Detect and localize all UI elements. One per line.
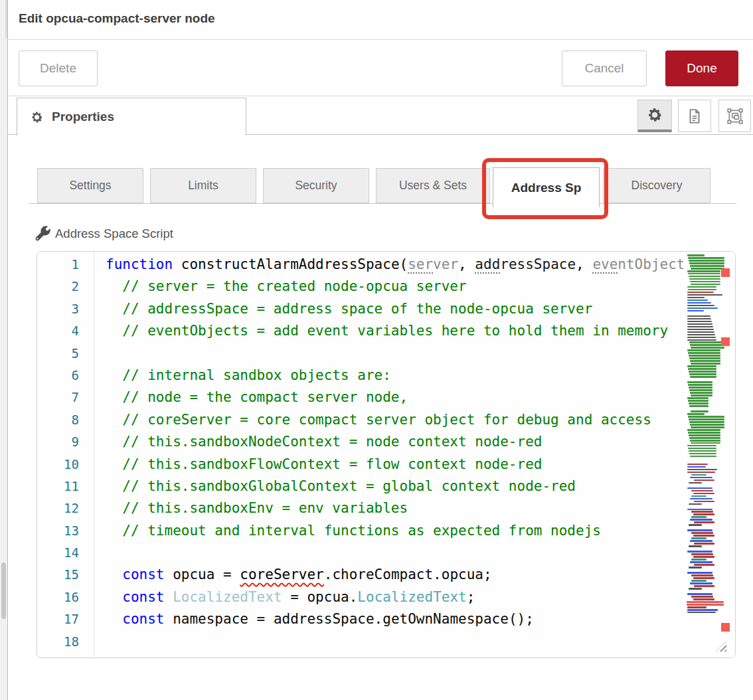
error-marker[interactable] xyxy=(721,623,730,632)
edit-node-dialog: Edit opcua-compact-server node Delete Ca… xyxy=(0,0,753,700)
gutter-divider xyxy=(94,252,94,657)
delete-button[interactable]: Delete xyxy=(19,50,98,86)
workspace-edge-mark xyxy=(5,0,7,39)
edit-properties-button[interactable] xyxy=(637,100,672,132)
gear-icon xyxy=(30,110,44,124)
properties-tab-label: Properties xyxy=(52,110,114,124)
tab-limits[interactable]: Limits xyxy=(150,168,256,203)
code-area[interactable]: function constructAlarmAddressSpace(serv… xyxy=(106,254,735,658)
toolbar-divider xyxy=(9,96,753,96)
appearance-icon xyxy=(726,108,744,125)
done-button[interactable]: Done xyxy=(665,50,738,86)
tab-discovery[interactable]: Discovery xyxy=(603,168,711,203)
wrench-icon xyxy=(35,226,50,241)
dialog-title: Edit opcua-compact-server node xyxy=(19,11,215,26)
tab-address-sp[interactable]: Address Sp xyxy=(493,167,600,207)
tab-users-sets[interactable]: Users & Sets xyxy=(376,168,490,203)
error-marker[interactable] xyxy=(721,268,730,277)
document-icon xyxy=(686,108,703,125)
section-label: Address Space Script xyxy=(55,226,173,241)
code-editor[interactable]: 12345678910111213141516171819 function c… xyxy=(37,251,736,658)
cancel-button[interactable]: Cancel xyxy=(562,50,647,86)
minimap[interactable] xyxy=(683,252,736,657)
subtab-row-divider xyxy=(29,203,736,204)
error-marker[interactable] xyxy=(721,337,730,346)
edit-description-button[interactable] xyxy=(678,100,711,132)
header-divider xyxy=(9,39,753,40)
workspace-scrollbar-thumb[interactable] xyxy=(1,563,6,619)
section-header: Address Space Script xyxy=(35,226,173,241)
tab-properties[interactable]: Properties xyxy=(17,98,246,135)
line-numbers: 12345678910111213141516171819 xyxy=(37,254,94,658)
tab-security[interactable]: Security xyxy=(263,168,369,203)
gear-icon xyxy=(646,106,663,124)
tab-settings[interactable]: Settings xyxy=(37,168,143,203)
edit-appearance-button[interactable] xyxy=(718,100,751,132)
